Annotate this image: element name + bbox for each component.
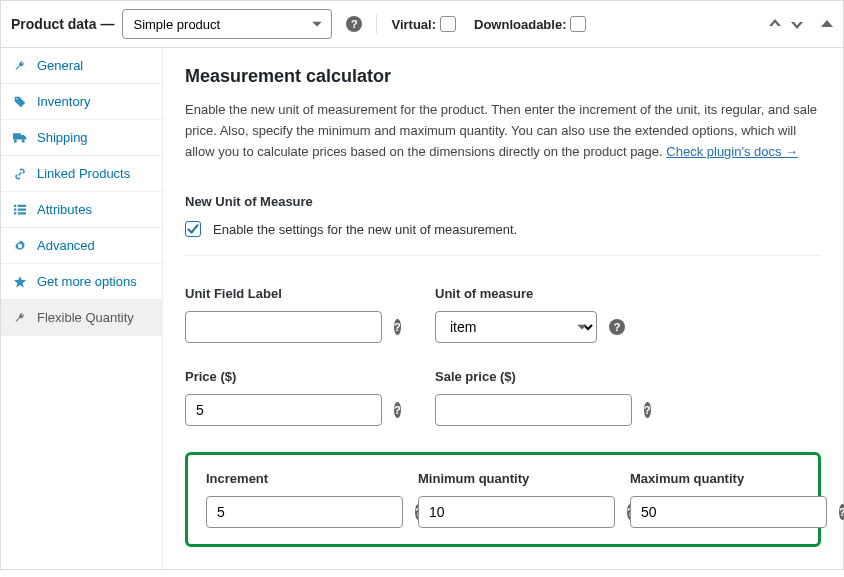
sidebar-item-label: Attributes (37, 202, 92, 217)
list-icon (13, 204, 27, 216)
virtual-checkbox[interactable] (440, 16, 456, 32)
move-down-icon[interactable] (791, 19, 803, 29)
section-description: Enable the new unit of measurement for t… (185, 100, 821, 162)
max-qty-field: Maximum quantity ? (630, 471, 800, 528)
collapse-icon[interactable] (821, 19, 833, 29)
sidebar-item-label: Advanced (37, 238, 95, 253)
panel-title: Product data — (11, 16, 114, 32)
truck-icon (13, 132, 27, 144)
max-qty-input[interactable] (630, 496, 827, 528)
price-input[interactable] (185, 394, 382, 426)
sale-price-field: Sale price ($) ? (435, 369, 625, 426)
sidebar-item-linked-products[interactable]: Linked Products (1, 156, 162, 192)
svg-rect-4 (14, 212, 16, 214)
help-icon[interactable]: ? (394, 319, 401, 335)
enable-unit-checkbox[interactable] (185, 221, 201, 237)
min-qty-field: Minimum quantity ? (418, 471, 588, 528)
svg-rect-3 (18, 208, 26, 210)
unit-of-measure-label: Unit of measure (435, 286, 625, 301)
sale-price-label: Sale price ($) (435, 369, 625, 384)
sidebar-item-label: Flexible Quantity (37, 310, 134, 325)
help-icon[interactable]: ? (839, 504, 844, 520)
sidebar-item-flexible-quantity[interactable]: Flexible Quantity (1, 300, 162, 336)
form-grid: Unit Field Label ? Unit of measure item (185, 286, 821, 547)
unit-of-measure-select[interactable]: item (435, 311, 597, 343)
unit-field-label-field: Unit Field Label ? (185, 286, 375, 343)
min-qty-input[interactable] (418, 496, 615, 528)
unit-field-label-input[interactable] (185, 311, 382, 343)
product-type-help-icon[interactable]: ? (346, 16, 362, 32)
downloadable-toggle[interactable]: Downloadable: (474, 16, 586, 32)
sidebar-item-attributes[interactable]: Attributes (1, 192, 162, 228)
downloadable-checkbox[interactable] (570, 16, 586, 32)
svg-rect-1 (18, 204, 26, 206)
price-field: Price ($) ? (185, 369, 375, 426)
sidebar-item-label: Shipping (37, 130, 88, 145)
wrench-icon (13, 312, 27, 324)
sidebar-tabs: GeneralInventoryShippingLinked ProductsA… (1, 48, 163, 569)
increment-label: Increment (206, 471, 376, 486)
sidebar-item-label: Linked Products (37, 166, 130, 181)
sidebar-item-general[interactable]: General (1, 48, 162, 84)
star-icon (13, 276, 27, 288)
header-controls (769, 19, 833, 29)
unit-field-label-label: Unit Field Label (185, 286, 375, 301)
panel-header: Product data — Simple product ? Virtual:… (1, 1, 843, 48)
virtual-label: Virtual: (391, 17, 436, 32)
main-content: Measurement calculator Enable the new un… (163, 48, 843, 569)
sidebar-item-inventory[interactable]: Inventory (1, 84, 162, 120)
help-icon[interactable]: ? (644, 402, 651, 418)
new-unit-title: New Unit of Measure (185, 194, 821, 209)
section-heading: Measurement calculator (185, 66, 821, 87)
increment-field: Increment ? (206, 471, 376, 528)
product-type-select[interactable]: Simple product (122, 9, 332, 39)
unit-of-measure-field: Unit of measure item ? (435, 286, 625, 343)
highlighted-group: Increment ? Minimum quantity ? (185, 452, 821, 547)
sidebar-item-label: Get more options (37, 274, 137, 289)
product-data-panel: Product data — Simple product ? Virtual:… (0, 0, 844, 570)
virtual-toggle[interactable]: Virtual: (391, 16, 456, 32)
enable-row: Enable the settings for the new unit of … (185, 221, 821, 256)
sale-price-input[interactable] (435, 394, 632, 426)
wrench-icon (13, 60, 27, 72)
help-icon[interactable]: ? (394, 402, 401, 418)
price-label: Price ($) (185, 369, 375, 384)
min-qty-label: Minimum quantity (418, 471, 588, 486)
divider (376, 14, 377, 34)
svg-rect-2 (14, 208, 16, 210)
sidebar-item-shipping[interactable]: Shipping (1, 120, 162, 156)
help-icon[interactable]: ? (609, 319, 625, 335)
increment-input[interactable] (206, 496, 403, 528)
max-qty-label: Maximum quantity (630, 471, 800, 486)
svg-rect-0 (14, 204, 16, 206)
product-type-select-wrap: Simple product (114, 9, 332, 39)
svg-rect-5 (18, 212, 26, 214)
sidebar-item-get-more-options[interactable]: Get more options (1, 264, 162, 300)
tag-icon (13, 96, 27, 108)
move-up-icon[interactable] (769, 19, 781, 29)
sidebar-item-label: Inventory (37, 94, 90, 109)
downloadable-label: Downloadable: (474, 17, 566, 32)
gear-icon (13, 240, 27, 252)
sidebar-item-label: General (37, 58, 83, 73)
sidebar-item-advanced[interactable]: Advanced (1, 228, 162, 264)
panel-body: GeneralInventoryShippingLinked ProductsA… (1, 48, 843, 569)
docs-link[interactable]: Check plugin's docs → (666, 144, 798, 159)
enable-unit-label: Enable the settings for the new unit of … (213, 222, 517, 237)
link-icon (13, 168, 27, 180)
